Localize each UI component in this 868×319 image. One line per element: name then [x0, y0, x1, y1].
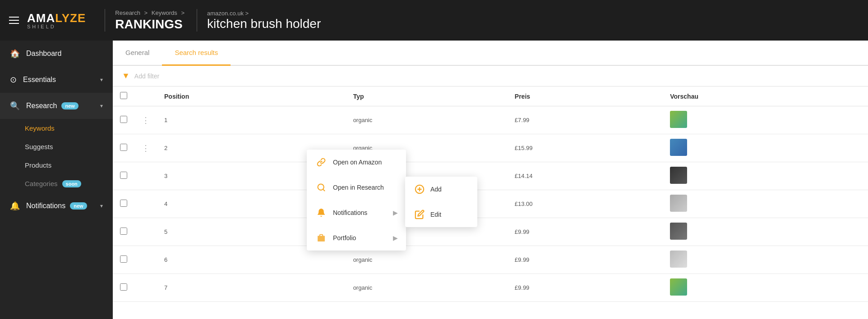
sub-context-edit-label: Edit — [430, 211, 441, 218]
table-row: ⋮ 2 organic £15.99 — [113, 134, 868, 162]
row-preis-6: £9.99 — [508, 246, 663, 274]
row-vorschau-4 — [663, 190, 868, 218]
context-notifications[interactable]: Notifications ▶ — [307, 200, 406, 225]
keyword-title: kitchen brush holder — [207, 17, 321, 31]
table-row: 6 organic £9.99 — [113, 246, 868, 274]
table-row: 4 organic £13.00 — [113, 190, 868, 218]
context-open-research[interactable]: Open in Research — [307, 175, 406, 200]
sidebar-item-products[interactable]: Products — [0, 156, 113, 174]
row-position-7: 7 — [157, 274, 346, 302]
essentials-chevron: ▾ — [100, 77, 103, 83]
row-dots-2[interactable]: ⋮ — [134, 134, 157, 162]
content-area: General Search results ▼ Add filter Posi… — [113, 41, 868, 319]
col-checkbox — [113, 87, 134, 106]
svg-line-1 — [323, 189, 325, 191]
row-dots-6[interactable] — [134, 246, 157, 274]
row-dots-4[interactable] — [134, 190, 157, 218]
row-checkbox-1[interactable] — [120, 116, 127, 123]
logo-ama: AMA — [27, 11, 55, 25]
sub-context-edit[interactable]: Edit — [405, 202, 477, 227]
row-checkbox-6[interactable] — [120, 255, 127, 263]
sidebar-item-research[interactable]: 🔍 Research new ▾ — [0, 93, 113, 119]
col-actions — [134, 87, 157, 106]
row-preis-4: £13.00 — [508, 190, 663, 218]
context-portfolio-label: Portfolio — [333, 234, 356, 242]
tab-general[interactable]: General — [113, 41, 162, 66]
notifications-chevron: ▾ — [100, 203, 103, 209]
research-badge: new — [61, 102, 78, 109]
essentials-icon: ⊙ — [10, 75, 17, 85]
col-typ-header: Typ — [346, 87, 508, 106]
row-dots-5[interactable] — [134, 218, 157, 246]
row-vorschau-1 — [663, 106, 868, 134]
sidebar-item-essentials[interactable]: ⊙ Essentials ▾ — [0, 67, 113, 93]
portfolio-arrow-icon: ▶ — [393, 234, 398, 242]
breadcrumb-sep1: > — [144, 9, 148, 16]
main-layout: 🏠 Dashboard ⊙ Essentials ▾ 🔍 Research ne… — [0, 41, 868, 319]
table-row: ⋮ 1 organic £7.99 — [113, 106, 868, 134]
notifications-badge: new — [70, 202, 87, 210]
keyword-domain: amazon.co.uk > — [207, 10, 321, 17]
portfolio-icon — [315, 232, 328, 244]
row-typ-7: organic — [346, 274, 508, 302]
sub-context-menu: Add Edit — [405, 177, 477, 227]
context-portfolio[interactable]: Portfolio ▶ — [307, 225, 406, 251]
col-preis-header: Preis — [508, 87, 663, 106]
col-position-header: Position — [157, 87, 346, 106]
sidebar-item-categories[interactable]: Categories soon — [0, 174, 113, 193]
breadcrumb-top: Research > Keywords > — [115, 9, 187, 16]
research-icon — [315, 181, 328, 194]
hamburger-button[interactable] — [9, 17, 19, 24]
tab-search-results[interactable]: Search results — [162, 41, 231, 66]
sidebar-label-research: Research — [26, 102, 57, 110]
col-vorschau-header: Vorschau — [663, 87, 868, 106]
context-notifications-label: Notifications — [333, 209, 367, 216]
context-open-amazon[interactable]: Open on Amazon — [307, 150, 406, 175]
notification-icon — [315, 206, 328, 219]
sidebar-label-dashboard: Dashboard — [26, 50, 61, 58]
row-preis-5: £9.99 — [508, 218, 663, 246]
breadcrumb-keywords[interactable]: Keywords — [152, 9, 177, 16]
row-dots-1[interactable]: ⋮ — [134, 106, 157, 134]
sidebar-label-suggests: Suggests — [25, 143, 53, 150]
row-position-1: 1 — [157, 106, 346, 134]
filter-bar: ▼ Add filter — [113, 66, 868, 87]
sidebar-item-suggests[interactable]: Suggests — [0, 137, 113, 156]
notifications-arrow-icon: ▶ — [393, 209, 398, 216]
table-row: 3 organic £14.14 — [113, 162, 868, 190]
logo-lyze: LYZE — [55, 11, 86, 25]
table-area: Position Typ Preis Vorschau ⋮ 1 organic … — [113, 87, 868, 319]
top-header: AMALYZE SHIELD Research > Keywords > RAN… — [0, 0, 868, 41]
context-open-research-label: Open in Research — [333, 184, 384, 191]
sidebar: 🏠 Dashboard ⊙ Essentials ▾ 🔍 Research ne… — [0, 41, 113, 319]
row-preis-7: £9.99 — [508, 274, 663, 302]
sidebar-item-dashboard[interactable]: 🏠 Dashboard — [0, 41, 113, 67]
table-row: 7 organic £9.99 — [113, 274, 868, 302]
sidebar-label-categories: Categories — [25, 180, 58, 187]
row-checkbox-3[interactable] — [120, 172, 127, 179]
row-checkbox-5[interactable] — [120, 228, 127, 235]
bell-icon: 🔔 — [10, 201, 20, 211]
header-divider2 — [197, 9, 197, 32]
breadcrumb-research[interactable]: Research — [115, 9, 140, 16]
row-vorschau-7 — [663, 274, 868, 302]
row-checkbox-4[interactable] — [120, 200, 127, 207]
sub-context-add[interactable]: Add — [405, 177, 477, 202]
edit-icon — [413, 208, 426, 221]
sidebar-label-keywords: Keywords — [25, 124, 55, 132]
results-table: Position Typ Preis Vorschau ⋮ 1 organic … — [113, 87, 868, 302]
header-divider — [105, 9, 105, 32]
logo-sub: SHIELD — [27, 24, 56, 29]
row-dots-3[interactable] — [134, 162, 157, 190]
sidebar-item-notifications[interactable]: 🔔 Notifications new ▾ — [0, 193, 113, 219]
row-dots-7[interactable] — [134, 274, 157, 302]
row-checkbox-2[interactable] — [120, 144, 127, 151]
logo-area: AMALYZE SHIELD — [27, 11, 86, 29]
categories-badge: soon — [62, 180, 81, 187]
select-all-checkbox[interactable] — [120, 92, 127, 99]
sidebar-item-keywords[interactable]: Keywords — [0, 119, 113, 137]
sidebar-label-products: Products — [25, 161, 51, 169]
row-checkbox-7[interactable] — [120, 283, 127, 291]
filter-icon: ▼ — [122, 71, 130, 81]
table-row: 5 organic £9.99 — [113, 218, 868, 246]
